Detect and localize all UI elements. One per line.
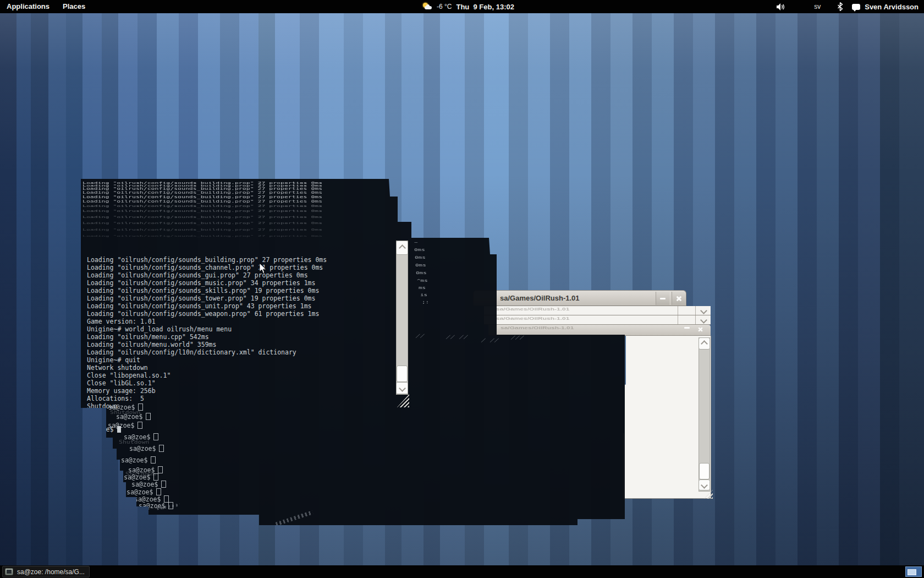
oilrush-window-body[interactable]	[623, 336, 711, 499]
terminal-line: Loading "oilrush/menu.cpp" 542ms	[87, 333, 327, 341]
terminal-line: Loading "oilrush/config/sounds_weapon.pr…	[87, 310, 327, 318]
terminal-smear-line: Loading "oilrush/config/sounds_building.…	[82, 228, 322, 232]
terminal-smear-line: Loading "oilrush/config/sounds_building.…	[82, 199, 322, 203]
mouse-cursor	[259, 263, 267, 274]
ghost-text-fragment: 0ms	[414, 247, 425, 252]
minimize-icon	[684, 327, 690, 329]
system-tray: sv Sven Arvidsson	[776, 0, 924, 13]
ghost-shell-prompt: sa@zoe$	[129, 445, 164, 452]
terminal-smear-line: Loading "oilrush/config/sounds_building.…	[82, 222, 322, 225]
terminal-line: Unigine~# quit	[87, 356, 327, 364]
ghost-shutdown-text: Shutdown	[125, 471, 156, 477]
window-trail-row: sa/Games/OilRush-1.01	[484, 315, 711, 325]
chevron-up-icon	[399, 244, 406, 252]
ghost-artifact-mark: // //	[446, 335, 470, 340]
terminal-line: Network shutdown	[87, 364, 327, 372]
ghost-shell-prompt: sa@zoe$	[131, 481, 166, 488]
bluetooth-icon[interactable]	[837, 2, 843, 11]
ghost-shutdown-text: Shutdown	[119, 439, 149, 445]
ghost-artifact-mark: / //	[481, 338, 501, 343]
terminal-line: Loading "oilrush/config/sounds_unit.prop…	[87, 302, 327, 310]
ghost-window-title: sa/Games/OilRush-1.01	[496, 316, 569, 320]
scroll-down-button[interactable]	[698, 479, 710, 490]
terminal-line: Close "libGL.so.1"	[87, 379, 327, 387]
ghost-text-fragment: 0ms	[415, 255, 426, 260]
chevron-down-icon	[700, 317, 707, 324]
close-button[interactable]	[672, 292, 685, 305]
ghost-text-fragment: 0ms	[415, 263, 426, 268]
keyboard-layout-indicator[interactable]: sv	[814, 3, 821, 10]
ghost-text-fragment: ^ms	[417, 278, 428, 283]
ghost-shell-prompt: sa@zoe$	[108, 422, 142, 429]
volume-icon[interactable]	[776, 3, 785, 11]
terminal-smear-line: Loading "oilrush/config/sounds_building.…	[82, 235, 322, 237]
bottom-panel: sa@zoe: /home/sa/G...	[0, 565, 924, 578]
terminal-smear-line: Loading "oilrush/config/sounds_building.…	[82, 215, 322, 219]
terminal-line: Loading "oilrush/config/sounds_channel.p…	[87, 264, 327, 271]
ghost-text-fragment: ~	[414, 240, 418, 245]
workspace-cell[interactable]	[908, 569, 916, 575]
terminal-line: Loading "oilrush/config/sounds_building.…	[87, 256, 327, 264]
scroll-up-button[interactable]	[698, 337, 710, 350]
resize-grip[interactable]	[397, 394, 409, 407]
ghost-artifact-mark: ///	[510, 335, 526, 340]
scroll-up-button[interactable]	[396, 241, 408, 255]
window-trail-row: sa/Games/OilRush-1.01	[484, 306, 711, 315]
terminal-line: Game version: 1.01	[87, 318, 327, 325]
smudge-streak	[276, 510, 314, 526]
close-icon	[698, 327, 703, 332]
terminal-line: Allocations: 5	[87, 395, 327, 402]
user-menu[interactable]: Sven Arvidsson	[865, 3, 919, 11]
oilrush-window-titlebar[interactable]: sa/Games/OilRush-1.01	[473, 290, 686, 306]
ghost-text-fragment: 0ms	[416, 270, 427, 275]
clock-label: Thu 9 Feb, 13:02	[456, 3, 514, 11]
terminal-line: Loading "oilrush/menu.world" 359ms	[87, 341, 327, 348]
window-trail-titlebar: sa/Games/OilRush-1.01	[488, 325, 711, 336]
terminal-icon	[5, 568, 13, 575]
scroll-thumb[interactable]	[397, 366, 408, 382]
minimize-button[interactable]	[656, 292, 669, 305]
chevron-down-icon	[700, 307, 707, 314]
chevron-up-icon	[701, 340, 708, 347]
scroll-down-button[interactable]	[396, 382, 408, 394]
sun-cloud-icon	[422, 3, 432, 10]
divider	[678, 315, 678, 324]
ghost-shutdown-text: Shutdown	[110, 410, 140, 415]
ghost-shell-prompt: sa@zoe$	[121, 456, 156, 464]
chat-bubble-icon[interactable]	[852, 4, 860, 10]
ghost-text-fragment: ms	[419, 285, 426, 290]
terminal-line: Loading "oilrush/config/sounds_skills.pr…	[87, 287, 327, 295]
terminal-line: Memory usage: 256b	[87, 387, 327, 395]
terminal-line: Loading "oilrush/config/sounds_gui.prop"…	[87, 271, 327, 279]
divider	[695, 306, 696, 315]
clock-applet[interactable]: -6 °C Thu 9 Feb, 13:02	[422, 0, 514, 13]
taskbar-window-label: sa@zoe: /home/sa/G...	[17, 568, 85, 576]
ghost-window-title: sa/Games/OilRush-1.01	[496, 307, 569, 311]
applications-menu[interactable]: Applications	[0, 0, 56, 13]
terminal-line: Loading "oilrush/config/l10n/dictionary.…	[87, 348, 327, 356]
window-title: sa/Games/OilRush-1.01	[500, 291, 580, 306]
minimize-icon	[660, 298, 666, 299]
workspace-switcher[interactable]	[905, 566, 922, 577]
scroll-thumb[interactable]	[699, 463, 710, 479]
ghost-text-fragment: ;:	[422, 299, 429, 304]
desktop-screen: sa/Games/OilRush-1.01 sa/Games/OilRush-1…	[0, 0, 924, 578]
terminal-line: Loading "oilrush/config/sounds_music.pro…	[87, 279, 327, 287]
divider	[678, 306, 678, 315]
weather-temperature: -6 °C	[437, 3, 452, 10]
terminal-line: Unigine~# world_load oilrush/menu menu	[87, 325, 327, 333]
ghost-shell-prompt: sa@zoe$	[127, 488, 161, 496]
terminal-line: Close "libopenal.so.1"	[87, 372, 327, 379]
chevron-down-icon	[399, 385, 406, 392]
close-icon	[676, 296, 682, 302]
ghost-window-title: sa/Games/OilRush-1.01	[501, 325, 574, 330]
ghost-artifact-mark: //	[415, 334, 427, 339]
places-menu[interactable]: Places	[56, 0, 92, 13]
taskbar-window-button[interactable]: sa@zoe: /home/sa/G...	[2, 566, 90, 577]
top-panel: Applications Places -6 °C Thu 9 Feb, 13:…	[0, 0, 924, 13]
ghost-text-fragment: is	[420, 292, 427, 297]
divider	[695, 315, 696, 324]
chevron-down-icon	[701, 482, 708, 489]
terminal-line: Loading "oilrush/config/sounds_tower.pro…	[87, 295, 327, 302]
terminal-smear-line: Loading "oilrush/config/sounds_building.…	[82, 204, 322, 208]
